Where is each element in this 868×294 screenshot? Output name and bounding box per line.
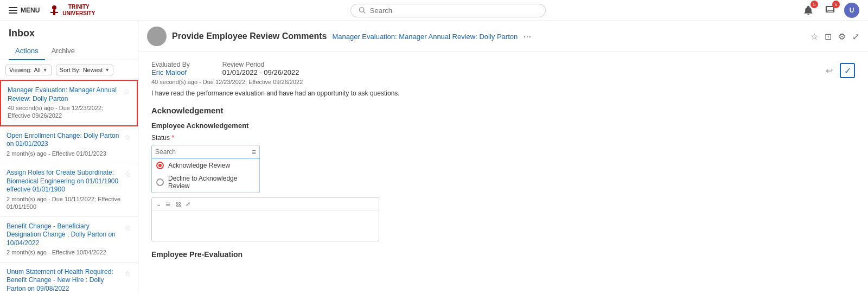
- more-options-icon[interactable]: ···: [523, 31, 531, 42]
- status-label: Status *: [151, 134, 400, 142]
- list-item[interactable]: Benefit Change - Beneficiary Designation…: [0, 217, 138, 263]
- list-item-meta: 2 month(s) ago - Effective 10/04/2022: [7, 248, 121, 256]
- svg-line-4: [363, 11, 365, 13]
- sort-value: Newest: [83, 67, 103, 73]
- detail-body: Evaluated By Eric Maloof Review Period 0…: [138, 52, 868, 294]
- settings-button[interactable]: ⚙: [838, 31, 846, 42]
- list-item-content: Open Enrollment Change: Dolly Parton on …: [7, 132, 121, 157]
- list-item[interactable]: Assign Roles for Create Subordinate: Bio…: [0, 163, 138, 216]
- link-icon[interactable]: ⛓: [174, 200, 182, 209]
- dropdown-option-acknowledge[interactable]: Acknowledge Review: [152, 159, 259, 172]
- required-indicator: *: [171, 134, 174, 142]
- tab-actions[interactable]: Actions: [9, 42, 45, 60]
- list-item-meta: 2 month(s) ago - Due 10/11/2022; Effecti…: [7, 195, 121, 211]
- evaluated-by-value[interactable]: Eric Maloof: [151, 68, 190, 76]
- option-label-decline: Decline to Acknowledge Review: [168, 175, 255, 190]
- chevron-down-icon[interactable]: ⌄: [155, 200, 162, 209]
- list-item[interactable]: Open Enrollment Change: Dolly Parton on …: [0, 126, 138, 163]
- global-search-input[interactable]: [370, 7, 538, 15]
- list-item-content: Manager Evaluation: Manager Annual Revie…: [8, 86, 120, 120]
- logo-text: TRINITY UNIVERSITY: [62, 4, 95, 17]
- list-item-title: Unum Statement of Health Required: Benef…: [7, 268, 121, 293]
- main-layout: Inbox Actions Archive Viewing: All ▼ Sor…: [0, 21, 868, 294]
- sort-arrow-icon: ▼: [105, 67, 110, 73]
- panel-action-buttons: ↩ ✓: [821, 61, 855, 78]
- star-icon[interactable]: ☆: [124, 269, 131, 278]
- list-item-content: Benefit Change - Beneficiary Designation…: [7, 222, 121, 257]
- user-avatar[interactable]: U: [844, 3, 859, 18]
- left-panel: Inbox Actions Archive Viewing: All ▼ Sor…: [0, 21, 138, 294]
- notification-badge: 5: [810, 1, 818, 8]
- radio-selected-icon: [156, 162, 164, 169]
- bullet-list-icon[interactable]: ☰: [164, 200, 172, 209]
- evaluated-by-label: Evaluated By: [151, 61, 190, 68]
- tab-archive[interactable]: Archive: [45, 42, 81, 60]
- university-logo: [46, 2, 62, 18]
- thumbnail-button[interactable]: ⊡: [825, 31, 832, 42]
- dropdown-option-decline[interactable]: Decline to Acknowledge Review: [152, 172, 259, 193]
- menu-button[interactable]: MENU: [9, 7, 40, 14]
- star-icon[interactable]: ☆: [124, 223, 131, 232]
- svg-rect-2: [50, 12, 58, 13]
- logo-area: TRINITY UNIVERSITY: [46, 2, 95, 18]
- pre-eval-title: Employee Pre-Evaluation: [151, 250, 400, 259]
- viewing-label: Viewing:: [9, 67, 31, 73]
- list-item-content: Unum Statement of Health Required: Benef…: [7, 268, 121, 294]
- employee-acknowledgement-title: Employee Acknowledgement: [151, 122, 400, 130]
- messages-button[interactable]: 6: [822, 3, 838, 18]
- nav-right: 5 6 U: [801, 3, 859, 18]
- list-item-meta: 40 second(s) ago - Due 12/23/2022; Effec…: [8, 104, 120, 120]
- star-icon[interactable]: ☆: [123, 87, 130, 96]
- review-period-label: Review Period: [222, 61, 299, 68]
- list-item-title: Benefit Change - Beneficiary Designation…: [7, 222, 121, 248]
- task-link[interactable]: Manager Evaluation: Manager Annual Revie…: [332, 33, 518, 41]
- list-item-title: Assign Roles for Create Subordinate: Bio…: [7, 169, 121, 194]
- status-dropdown[interactable]: ≡ Acknowledge Review Declin: [151, 145, 260, 193]
- body-content: Evaluated By Eric Maloof Review Period 0…: [151, 61, 400, 259]
- list-item[interactable]: Manager Evaluation: Manager Annual Revie…: [0, 80, 138, 126]
- note-text: I have read the performance evaluation a…: [151, 90, 400, 97]
- text-editor[interactable]: ⌄ ☰ ⛓ ⤢: [151, 197, 379, 241]
- dropdown-options-list: Acknowledge Review Decline to Acknowledg…: [151, 159, 260, 193]
- star-icon[interactable]: ☆: [124, 170, 131, 178]
- menu-label: MENU: [21, 7, 40, 14]
- evaluated-by-group: Evaluated By Eric Maloof: [151, 61, 190, 76]
- viewing-value: All: [34, 67, 40, 73]
- svg-point-0: [52, 5, 56, 10]
- viewing-arrow-icon: ▼: [43, 67, 48, 73]
- resize-icon[interactable]: ⤢: [184, 200, 192, 209]
- expand-button[interactable]: ⤢: [852, 31, 859, 42]
- star-icon[interactable]: ☆: [124, 133, 131, 142]
- body-row: Evaluated By Eric Maloof Review Period 0…: [151, 61, 855, 259]
- sort-label: Sort By:: [60, 67, 81, 73]
- list-item-title: Manager Evaluation: Manager Annual Revie…: [8, 86, 120, 103]
- sort-filter[interactable]: Sort By: Newest ▼: [56, 65, 114, 75]
- search-bar-container: [101, 4, 794, 17]
- evaluated-section: Evaluated By Eric Maloof Review Period 0…: [151, 61, 400, 76]
- filters-row: Viewing: All ▼ Sort By: Newest ▼: [0, 60, 138, 80]
- dropdown-search-input[interactable]: [155, 148, 252, 156]
- editor-body[interactable]: [152, 211, 379, 241]
- list-item[interactable]: Unum Statement of Health Required: Benef…: [0, 263, 138, 294]
- top-nav: MENU TRINITY UNIVERSITY 5: [0, 0, 868, 21]
- notifications-button[interactable]: 5: [801, 3, 816, 18]
- tabs: Actions Archive: [0, 42, 138, 60]
- search-bar[interactable]: [350, 4, 546, 17]
- detail-header-actions: ☆ ⊡ ⚙ ⤢: [810, 31, 859, 42]
- review-period-group: Review Period 01/01/2022 - 09/26/2022: [222, 61, 299, 76]
- list-item-content: Assign Roles for Create Subordinate: Bio…: [7, 169, 121, 210]
- right-panel: Provide Employee Review Comments Manager…: [138, 21, 868, 294]
- review-period-value: 01/01/2022 - 09/26/2022: [222, 68, 299, 76]
- confirm-button[interactable]: ✓: [840, 63, 855, 78]
- dropdown-list-icon[interactable]: ≡: [252, 148, 256, 156]
- search-icon: [359, 7, 366, 14]
- action-btns: ↩ ✓: [821, 63, 855, 78]
- acknowledgement-title: Acknowledgement: [151, 106, 400, 115]
- dropdown-search-bar[interactable]: ≡: [151, 145, 260, 159]
- viewing-filter[interactable]: Viewing: All ▼: [5, 65, 52, 75]
- hamburger-icon: [9, 7, 17, 14]
- svg-point-3: [359, 8, 363, 12]
- undo-button[interactable]: ↩: [821, 63, 837, 78]
- star-button[interactable]: ☆: [810, 31, 818, 42]
- messages-badge: 6: [832, 1, 840, 8]
